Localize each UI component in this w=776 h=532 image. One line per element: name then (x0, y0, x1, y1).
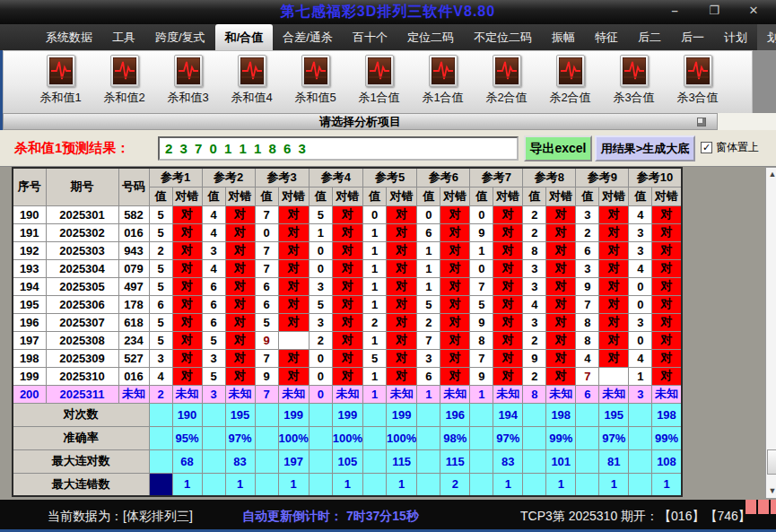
cell-period[interactable]: 2025301 (46, 205, 118, 223)
summary-value-cell[interactable]: 1 (278, 473, 309, 496)
summary-value-cell[interactable]: 198 (652, 403, 682, 426)
cell-ref-result[interactable]: 对 (599, 295, 629, 313)
cell-ref-value[interactable]: 6 (255, 277, 278, 295)
cell-ref-value[interactable]: 5 (363, 349, 387, 367)
cell-ref-result[interactable]: 对 (332, 313, 362, 331)
cell-ref-result[interactable]: 未知 (387, 385, 417, 403)
cell-ref-result[interactable]: 未知 (546, 385, 576, 403)
toolbar-button-4[interactable]: 杀和值4 (220, 55, 283, 113)
cell-ref-value[interactable]: 1 (629, 367, 652, 385)
cell-ref-value[interactable]: 5 (149, 223, 172, 241)
cell-ref-value[interactable]: 0 (470, 205, 493, 223)
cell-ref-value[interactable]: 3 (523, 259, 546, 277)
cell-ref-value[interactable]: 0 (255, 223, 278, 241)
cell-ref-value[interactable]: 1 (417, 241, 440, 259)
cell-ref-result[interactable]: 对 (225, 349, 255, 367)
summary-value-cell[interactable]: 1 (172, 473, 202, 496)
cell-number[interactable]: 016 (118, 223, 149, 241)
cell-ref-value[interactable]: 9 (255, 367, 278, 385)
cell-seq[interactable]: 200 (13, 385, 46, 403)
cell-ref-result[interactable]: 对 (225, 241, 255, 259)
cell-ref-value[interactable]: 2 (523, 331, 546, 349)
cell-ref-result[interactable]: 对 (387, 313, 417, 331)
cell-ref-result[interactable]: 对 (278, 295, 309, 313)
cell-ref-value[interactable]: 3 (523, 313, 546, 331)
cell-ref-result[interactable]: 对 (278, 223, 309, 241)
summary-blank-cell[interactable] (470, 426, 493, 449)
summary-value-cell[interactable]: 1 (652, 473, 682, 496)
cell-seq[interactable]: 190 (13, 205, 46, 223)
summary-value-cell[interactable]: 99% (652, 426, 682, 449)
cell-number[interactable]: 未知 (118, 385, 149, 403)
menu-item-10[interactable]: 特征 (585, 24, 628, 50)
summary-blank-cell[interactable] (309, 473, 332, 496)
cell-ref-value[interactable]: 1 (363, 331, 387, 349)
cell-ref-value[interactable]: 5 (149, 277, 172, 295)
cell-ref-result[interactable]: 对 (652, 205, 682, 223)
cell-ref-result[interactable]: 对 (493, 349, 523, 367)
cell-ref-result[interactable]: 对 (546, 223, 576, 241)
summary-blank-cell[interactable] (149, 473, 172, 496)
cell-ref-value[interactable]: 0 (629, 277, 652, 295)
cell-ref-value[interactable]: 1 (363, 241, 387, 259)
cell-ref-result[interactable]: 对 (172, 259, 202, 277)
cell-ref-value[interactable]: 5 (149, 313, 172, 331)
cell-ref-value[interactable]: 1 (363, 295, 387, 313)
cell-ref-value[interactable]: 2 (523, 223, 546, 241)
cell-ref-value[interactable]: 9 (470, 313, 493, 331)
summary-blank-cell[interactable] (576, 449, 599, 473)
cell-ref-value[interactable]: 3 (417, 349, 440, 367)
cell-ref-result[interactable]: 对 (387, 331, 417, 349)
cell-ref-value[interactable]: 4 (202, 205, 225, 223)
cell-ref-value[interactable]: 4 (202, 223, 225, 241)
cell-period[interactable]: 2025306 (46, 295, 118, 313)
cell-ref-result[interactable]: 对 (493, 313, 523, 331)
cell-ref-result[interactable]: 对 (493, 223, 523, 241)
summary-value-cell[interactable]: 100% (387, 426, 417, 449)
summary-value-cell[interactable]: 108 (652, 449, 682, 473)
cell-ref-value[interactable]: 3 (629, 313, 652, 331)
cell-ref-result[interactable]: 对 (440, 349, 470, 367)
cell-ref-value[interactable]: 5 (309, 205, 332, 223)
cell-ref-result[interactable]: 对 (332, 205, 362, 223)
cell-ref-result[interactable]: 对 (278, 241, 309, 259)
cell-ref-value[interactable]: 2 (417, 313, 440, 331)
summary-blank-cell[interactable] (309, 426, 332, 449)
cell-ref-result[interactable]: 对 (332, 241, 362, 259)
summary-value-cell[interactable]: 100% (278, 426, 309, 449)
cell-ref-result[interactable]: 对 (332, 223, 362, 241)
cell-period[interactable]: 2025307 (46, 313, 118, 331)
cell-ref-value[interactable]: 6 (576, 241, 599, 259)
summary-value-cell[interactable]: 199 (278, 403, 309, 426)
cell-ref-value[interactable]: 4 (629, 259, 652, 277)
cell-ref-result[interactable]: 对 (387, 367, 417, 385)
cell-ref-value[interactable]: 6 (202, 295, 225, 313)
menu-item-12[interactable]: 后一 (671, 24, 714, 50)
export-excel-button[interactable]: 导出excel (524, 135, 592, 161)
cell-ref-value[interactable]: 5 (470, 295, 493, 313)
cell-ref-value[interactable]: 5 (149, 259, 172, 277)
cell-ref-result[interactable]: 对 (387, 205, 417, 223)
cell-ref-result[interactable]: 对 (652, 313, 682, 331)
cell-ref-value[interactable]: 0 (309, 367, 332, 385)
prediction-result-input[interactable] (158, 136, 519, 161)
summary-blank-cell[interactable] (149, 403, 172, 426)
cell-ref-result[interactable]: 对 (172, 295, 202, 313)
cell-period[interactable]: 2025309 (46, 349, 118, 367)
cell-ref-result[interactable]: 对 (546, 367, 576, 385)
cell-ref-result[interactable]: 对 (493, 277, 523, 295)
summary-blank-cell[interactable] (255, 473, 278, 496)
cell-ref-result[interactable]: 对 (599, 349, 629, 367)
summary-blank-cell[interactable] (523, 403, 546, 426)
summary-value-cell[interactable]: 1 (493, 473, 523, 496)
summary-value-cell[interactable]: 1 (332, 473, 362, 496)
cell-ref-value[interactable]: 6 (202, 277, 225, 295)
cell-seq[interactable]: 194 (13, 277, 46, 295)
cell-number[interactable]: 079 (118, 259, 149, 277)
scroll-down-icon[interactable]: ▼ (766, 486, 776, 495)
cell-ref-value[interactable]: 0 (629, 295, 652, 313)
cell-seq[interactable]: 196 (13, 313, 46, 331)
summary-blank-cell[interactable] (255, 426, 278, 449)
cell-ref-value[interactable]: 2 (149, 385, 172, 403)
menu-item-4[interactable]: 和/合值 (215, 24, 274, 50)
